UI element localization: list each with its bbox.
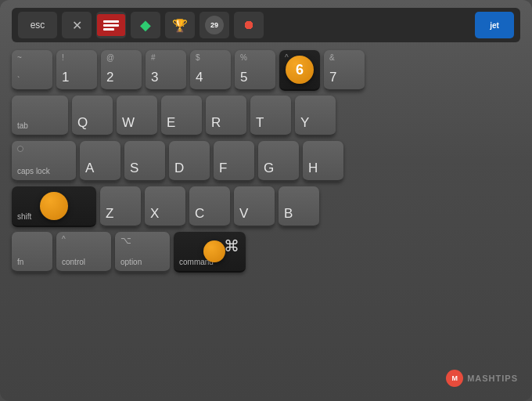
key-B[interactable]: B bbox=[279, 186, 319, 227]
key-3[interactable]: # 3 bbox=[146, 50, 186, 91]
key-D[interactable]: D bbox=[169, 141, 210, 182]
tb-app-29[interactable]: 29 bbox=[200, 12, 229, 38]
orange-dot-shift bbox=[40, 192, 68, 220]
row-numbers: ~ ` ! 1 @ 2 # 3 $ 4 % 5 bbox=[12, 50, 520, 91]
key-command[interactable]: ⌘ command bbox=[174, 232, 246, 273]
key-4[interactable]: $ 4 bbox=[190, 50, 231, 91]
key-A[interactable]: A bbox=[80, 141, 120, 182]
number-icon: 29 bbox=[205, 16, 224, 34]
key-C[interactable]: C bbox=[189, 186, 230, 227]
watermark-text: MASHTIPS bbox=[467, 374, 518, 383]
key-G[interactable]: G bbox=[258, 141, 299, 182]
caps-led bbox=[17, 146, 23, 152]
key-E[interactable]: E bbox=[161, 96, 202, 136]
watermark: M MASHTIPS bbox=[446, 370, 518, 387]
key-F[interactable]: F bbox=[214, 141, 254, 182]
record-icon: ⏺ bbox=[243, 18, 255, 32]
leaf-icon: ◆ bbox=[140, 16, 151, 34]
tb-esc-key[interactable]: esc bbox=[18, 12, 57, 38]
key-option[interactable]: ⌥ option bbox=[115, 232, 170, 273]
touch-bar: esc ✕ ◆ 🏆 29 bbox=[12, 8, 520, 42]
close-icon: ✕ bbox=[72, 18, 82, 33]
cmd-symbol: ⌘ bbox=[224, 237, 239, 255]
row-modifiers: fn ^ control ⌥ option ⌘ command bbox=[12, 232, 520, 273]
key-ctrl[interactable]: ^ control bbox=[56, 232, 111, 273]
key-X[interactable]: X bbox=[145, 186, 185, 227]
key-shift-left[interactable]: shift bbox=[12, 186, 96, 227]
tb-app-ned[interactable] bbox=[96, 12, 126, 38]
key-Q[interactable]: Q bbox=[72, 96, 113, 136]
key-R[interactable]: R bbox=[206, 96, 246, 136]
row-shift: shift Z X C V B bbox=[12, 186, 520, 227]
key-S[interactable]: S bbox=[124, 141, 165, 182]
row-asdf: caps lock A S D F G H bbox=[12, 141, 520, 182]
key-tilde[interactable]: ~ ` bbox=[12, 50, 52, 91]
key-fn[interactable]: fn bbox=[12, 232, 52, 273]
key-V[interactable]: V bbox=[234, 186, 275, 227]
row-qwerty: tab Q W E R T Y bbox=[12, 96, 520, 136]
key-5[interactable]: % 5 bbox=[235, 50, 275, 91]
key-tab[interactable]: tab bbox=[12, 96, 68, 136]
keyboard-rows: ~ ` ! 1 @ 2 # 3 $ 4 % 5 bbox=[12, 50, 520, 273]
key-Y[interactable]: Y bbox=[295, 96, 336, 136]
key-2[interactable]: @ 2 bbox=[101, 50, 142, 91]
key-H[interactable]: H bbox=[303, 141, 343, 182]
orange-dot-command bbox=[203, 240, 225, 262]
cup-icon: 🏆 bbox=[172, 18, 188, 33]
watermark-logo: M bbox=[446, 370, 463, 387]
key-6[interactable]: ^ 6 bbox=[279, 50, 320, 91]
keyboard-container: esc ✕ ◆ 🏆 29 bbox=[0, 0, 532, 401]
key-T[interactable]: T bbox=[250, 96, 291, 136]
tb-jetbrains[interactable]: jet bbox=[475, 12, 514, 38]
key-1[interactable]: ! 1 bbox=[56, 50, 97, 91]
key-Z[interactable]: Z bbox=[100, 186, 141, 227]
tb-app-green[interactable]: ◆ bbox=[131, 12, 160, 38]
tb-app-cup[interactable]: 🏆 bbox=[165, 12, 195, 38]
key-caps[interactable]: caps lock bbox=[12, 141, 76, 182]
key-7[interactable]: & 7 bbox=[324, 50, 365, 91]
tb-app-rec[interactable]: ⏺ bbox=[234, 12, 264, 38]
key-W[interactable]: W bbox=[117, 96, 157, 136]
orange-dot-6: 6 bbox=[286, 56, 314, 84]
ned-icon bbox=[97, 14, 125, 36]
tb-app-close[interactable]: ✕ bbox=[62, 12, 92, 38]
